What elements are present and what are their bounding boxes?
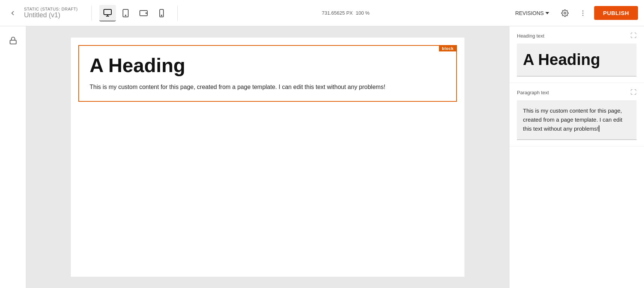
svg-rect-0 bbox=[104, 9, 111, 15]
left-sidebar bbox=[0, 26, 26, 288]
svg-point-10 bbox=[582, 10, 583, 11]
paragraph-text-section: Paragraph text ⛶ This is my custom conte… bbox=[509, 83, 644, 146]
page-info: STATIC (STATUS: DRAFT) Untitled (v1) bbox=[24, 7, 84, 19]
svg-rect-13 bbox=[10, 40, 16, 44]
paragraph-preview-box: This is my custom content for this page,… bbox=[517, 100, 637, 140]
main-layout: block A Heading This is my custom conten… bbox=[0, 26, 644, 288]
block-paragraph[interactable]: This is my custom content for this page,… bbox=[90, 82, 446, 92]
paragraph-expand-icon[interactable]: ⛶ bbox=[631, 89, 637, 96]
content-block[interactable]: block A Heading This is my custom conten… bbox=[78, 45, 457, 102]
heading-preview-box: A Heading bbox=[517, 44, 637, 77]
revisions-button[interactable]: REVISIONS bbox=[511, 7, 553, 19]
block-label: block bbox=[439, 45, 457, 51]
topbar: STATIC (STATUS: DRAFT) Untitled (v1) bbox=[0, 0, 644, 26]
svg-point-4 bbox=[125, 15, 126, 16]
text-cursor bbox=[599, 125, 599, 132]
divider-2 bbox=[177, 6, 178, 21]
tablet-landscape-view-button[interactable] bbox=[135, 5, 152, 21]
svg-point-11 bbox=[582, 12, 583, 14]
topbar-right: REVISIONS PUBLISH bbox=[511, 6, 638, 20]
paragraph-section-header: Paragraph text ⛶ bbox=[517, 89, 637, 96]
settings-button[interactable] bbox=[558, 6, 572, 20]
heading-preview-text[interactable]: A Heading bbox=[523, 51, 631, 68]
svg-point-9 bbox=[564, 12, 566, 14]
more-options-button[interactable] bbox=[576, 6, 590, 20]
page-title: Untitled (v1) bbox=[24, 11, 84, 19]
canvas-zoom: 100 % bbox=[356, 10, 370, 16]
lock-icon[interactable] bbox=[6, 34, 20, 47]
paragraph-preview-text[interactable]: This is my custom content for this page,… bbox=[523, 106, 631, 133]
mobile-view-button[interactable] bbox=[153, 5, 170, 21]
divider-1 bbox=[91, 6, 92, 21]
canvas-width: 731.65625 PX bbox=[322, 10, 353, 16]
block-content: A Heading This is my custom content for … bbox=[79, 46, 456, 101]
back-button[interactable] bbox=[6, 6, 19, 20]
block-heading[interactable]: A Heading bbox=[90, 55, 446, 76]
paragraph-section-title: Paragraph text bbox=[517, 90, 549, 95]
canvas-area: block A Heading This is my custom conten… bbox=[26, 26, 509, 288]
tablet-portrait-view-button[interactable] bbox=[117, 5, 134, 21]
heading-section-title: Heading text bbox=[517, 33, 544, 39]
canvas-page: block A Heading This is my custom conten… bbox=[71, 38, 464, 277]
svg-point-8 bbox=[161, 15, 162, 16]
page-status: STATIC (STATUS: DRAFT) bbox=[24, 7, 84, 11]
heading-text-section: Heading text ⛶ A Heading bbox=[509, 26, 644, 83]
heading-section-header: Heading text ⛶ bbox=[517, 32, 637, 39]
right-panel: Heading text ⛶ A Heading Paragraph text … bbox=[509, 26, 644, 288]
canvas-info: 731.65625 PX 100 % bbox=[185, 10, 506, 16]
device-switcher bbox=[99, 5, 170, 21]
svg-point-12 bbox=[582, 15, 583, 16]
desktop-view-button[interactable] bbox=[99, 5, 116, 21]
publish-button[interactable]: PUBLISH bbox=[594, 6, 638, 20]
heading-expand-icon[interactable]: ⛶ bbox=[631, 32, 637, 39]
svg-point-6 bbox=[146, 13, 147, 14]
